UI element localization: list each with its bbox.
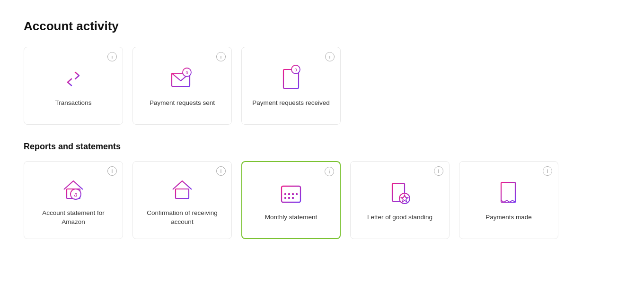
- svg-text:0: 0: [185, 70, 188, 75]
- card-payment-requests-sent[interactable]: i 0 Payment requests sent: [132, 47, 232, 125]
- icon-letter-good-standing: [385, 180, 415, 206]
- svg-rect-36: [501, 182, 515, 202]
- card-confirmation-receiving[interactable]: i Confirmation of receiving account: [132, 161, 232, 239]
- info-icon-payments-made[interactable]: i: [543, 166, 552, 176]
- info-icon-letter[interactable]: i: [434, 166, 443, 176]
- card-label-confirmation: Confirmation of receiving account: [141, 209, 224, 227]
- svg-rect-28: [292, 197, 294, 199]
- card-payment-requests-received[interactable]: i 0 Payment requests received: [241, 47, 341, 125]
- reports-cards-row: i a Account statement for: [24, 161, 620, 239]
- svg-text:a: a: [74, 191, 78, 198]
- svg-rect-15: [176, 189, 189, 198]
- icon-confirmation-receiving: [167, 176, 197, 202]
- svg-text:0: 0: [294, 68, 297, 72]
- svg-rect-25: [296, 193, 298, 195]
- svg-rect-23: [288, 193, 290, 195]
- reports-section-title: Reports and statements: [24, 142, 620, 152]
- card-letter-good-standing[interactable]: i Letter of good: [350, 161, 450, 239]
- card-account-statement-amazon[interactable]: i a Account statement for: [24, 161, 123, 239]
- icon-payments-made: [494, 180, 524, 206]
- card-label-payment-received: Payment requests received: [252, 99, 330, 108]
- info-icon-monthly[interactable]: i: [325, 167, 334, 176]
- card-monthly-statement[interactable]: i: [241, 161, 341, 239]
- info-icon-confirmation[interactable]: i: [216, 166, 226, 176]
- info-icon-payment-received[interactable]: i: [325, 52, 335, 61]
- card-label-transactions: Transactions: [55, 99, 92, 108]
- icon-transactions: [58, 66, 88, 92]
- card-payments-made[interactable]: i Payments made: [459, 161, 558, 239]
- card-label-payments-made: Payments made: [485, 213, 532, 222]
- svg-rect-24: [292, 193, 294, 195]
- activity-cards-row: i Transactions i: [24, 47, 620, 125]
- card-label-amazon: Account statement for Amazon: [32, 209, 115, 227]
- icon-account-statement-amazon: a: [58, 176, 88, 202]
- icon-payment-received: 0: [276, 66, 306, 92]
- page-title: Account activity: [24, 19, 620, 34]
- svg-rect-27: [288, 197, 290, 199]
- info-icon-transactions[interactable]: i: [107, 52, 117, 61]
- info-icon-amazon[interactable]: i: [107, 166, 117, 176]
- info-icon-payment-sent[interactable]: i: [216, 52, 226, 61]
- svg-rect-22: [284, 193, 286, 195]
- svg-rect-26: [284, 197, 286, 199]
- card-label-payment-sent: Payment requests sent: [150, 99, 215, 108]
- card-transactions[interactable]: i Transactions: [24, 47, 123, 125]
- card-label-monthly: Monthly statement: [265, 213, 317, 222]
- card-label-letter: Letter of good standing: [367, 213, 432, 222]
- icon-payment-sent: 0: [167, 66, 197, 92]
- icon-monthly-statement: [276, 180, 306, 206]
